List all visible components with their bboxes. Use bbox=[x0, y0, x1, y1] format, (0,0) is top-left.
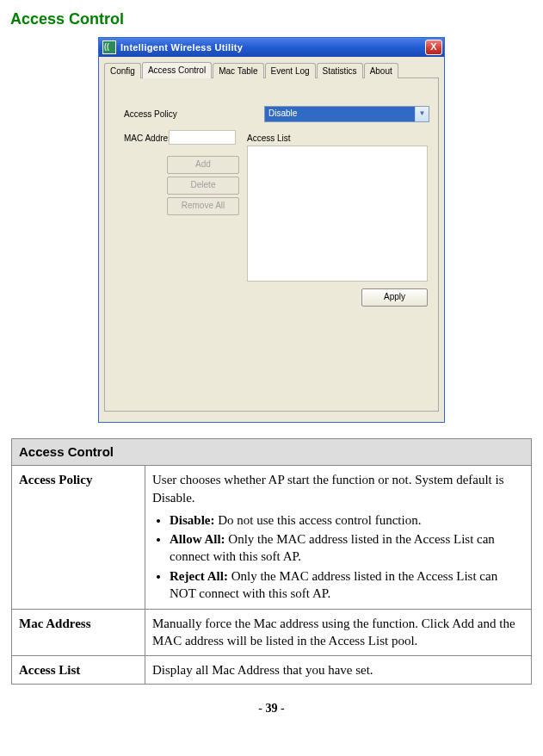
window-body: Config Access Control Mac Table Event Lo… bbox=[99, 57, 444, 422]
tab-config[interactable]: Config bbox=[104, 63, 141, 78]
dialog-window: Intelligent Wireless Utility X Config Ac… bbox=[98, 37, 445, 423]
close-icon[interactable]: X bbox=[425, 40, 442, 55]
tab-statistics[interactable]: Statistics bbox=[317, 63, 363, 78]
option-name: Reject All: bbox=[170, 569, 228, 583]
footer-suffix: - bbox=[278, 702, 285, 715]
row-label: Access Policy bbox=[12, 466, 145, 610]
table-row-access-list: Access List Display all Mac Address that… bbox=[12, 655, 532, 684]
chevron-down-icon[interactable]: ▼ bbox=[415, 107, 429, 121]
page-number: 39 bbox=[266, 702, 278, 715]
footer-prefix: - bbox=[258, 702, 265, 715]
row-desc: Manually force the Mac address using the… bbox=[145, 610, 532, 656]
page-footer: - 39 - bbox=[10, 702, 533, 716]
add-button[interactable]: Add bbox=[167, 156, 239, 174]
remove-all-button[interactable]: Remove All bbox=[167, 197, 239, 215]
mac-address-input[interactable] bbox=[169, 130, 236, 145]
delete-button[interactable]: Delete bbox=[167, 177, 239, 195]
table-row-access-policy: Access Policy User chooses whether AP st… bbox=[12, 466, 532, 610]
combo-selected-value: Disable bbox=[265, 107, 415, 121]
page-title: Access Control bbox=[10, 10, 533, 28]
apply-button[interactable]: Apply bbox=[361, 288, 428, 307]
option-desc: Do not use this access control function. bbox=[215, 513, 422, 527]
table-row-mac-address: Mac Address Manually force the Mac addre… bbox=[12, 610, 532, 656]
tab-about[interactable]: About bbox=[364, 63, 398, 78]
tab-access-control[interactable]: Access Control bbox=[142, 62, 212, 78]
option-name: Disable: bbox=[170, 513, 215, 527]
access-policy-combo[interactable]: Disable ▼ bbox=[264, 106, 429, 122]
tab-bar: Config Access Control Mac Table Event Lo… bbox=[104, 62, 439, 78]
label-access-list: Access List bbox=[247, 133, 291, 143]
option-name: Allow All: bbox=[170, 532, 225, 546]
access-list-box[interactable] bbox=[247, 146, 428, 282]
window-title: Intelligent Wireless Utility bbox=[120, 42, 425, 53]
tab-mac-table[interactable]: Mac Table bbox=[213, 63, 263, 78]
table-header: Access Control bbox=[12, 439, 532, 466]
doc-table: Access Control Access Policy User choose… bbox=[11, 438, 532, 685]
titlebar: Intelligent Wireless Utility X bbox=[99, 38, 444, 57]
row-label: Mac Address bbox=[12, 610, 145, 656]
list-item: Disable: Do not use this access control … bbox=[170, 511, 524, 529]
tab-pane: Access Policy MAC Address Access List Di… bbox=[104, 78, 439, 412]
row-desc: Display all Mac Address that you have se… bbox=[145, 655, 532, 684]
row-intro: User chooses whether AP start the functi… bbox=[152, 471, 524, 506]
list-item: Reject All: Only the MAC address listed … bbox=[170, 567, 524, 603]
label-access-policy: Access Policy bbox=[124, 109, 177, 119]
app-icon bbox=[102, 40, 116, 54]
row-label: Access List bbox=[12, 655, 145, 684]
row-desc: User chooses whether AP start the functi… bbox=[145, 466, 532, 610]
list-item: Allow All: Only the MAC address listed i… bbox=[170, 530, 524, 566]
tab-event-log[interactable]: Event Log bbox=[265, 63, 316, 78]
